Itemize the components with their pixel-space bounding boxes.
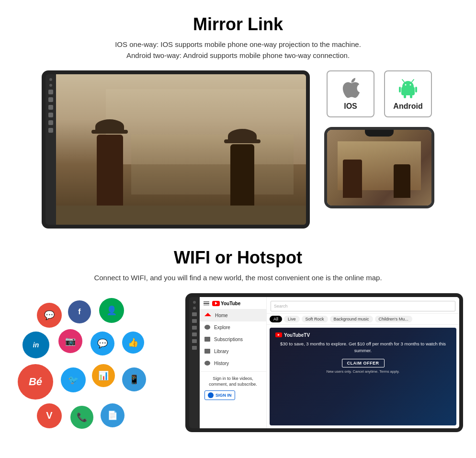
svg-rect-7 xyxy=(404,95,406,98)
yt-filter-bar: All Live Soft Rock Background music Chil… xyxy=(267,314,459,325)
search-placeholder: Search xyxy=(274,304,288,309)
yt-nav-header: YouTube xyxy=(200,297,266,309)
svg-point-2 xyxy=(405,84,407,86)
nav-label-subscriptions: Subscriptions xyxy=(214,337,243,342)
wifi-title: WIFI or Hotspot xyxy=(19,248,457,268)
yt-ad-play-icon xyxy=(275,332,282,337)
yt-nav-sign: Sign in to like videos, comment, and sub… xyxy=(200,371,266,404)
person-bubble: 👤 xyxy=(99,298,124,323)
sidebar-btn xyxy=(48,105,53,110)
os-icons: IOS xyxy=(327,70,432,117)
mirror-content: IOS xyxy=(19,70,457,229)
apple-icon xyxy=(341,77,360,98)
yt-ad-text: $30 to save, 3 months to explore. Get $1… xyxy=(275,341,451,355)
nav-label-history: History xyxy=(214,361,229,366)
mirror-link-section: Mirror Link IOS one-way: IOS supports mo… xyxy=(0,0,476,238)
sidebar-btn xyxy=(48,113,53,117)
hamburger-icon[interactable] xyxy=(204,301,209,306)
phone-bubble: 📱 xyxy=(122,367,146,391)
sidebar-icon xyxy=(192,346,197,350)
nav-item-subscriptions[interactable]: Subscriptions xyxy=(200,333,266,345)
sidebar-btn xyxy=(48,90,53,94)
yt-main: Search All Live Soft Rock Background mus… xyxy=(267,297,459,428)
analytics-bubble: 📊 xyxy=(92,364,115,387)
behance-bubble: Bé xyxy=(18,364,53,400)
twitter-bubble: 🐦 xyxy=(61,367,86,392)
youtube-screen: YouTube Home Explore xyxy=(185,293,463,432)
phone-screen xyxy=(327,130,431,206)
hamburger-line xyxy=(204,301,209,302)
facebook-bubble: f xyxy=(68,300,91,323)
hat xyxy=(95,119,124,134)
phone-scene xyxy=(327,130,431,206)
subscriptions-icon xyxy=(204,337,210,342)
home-icon xyxy=(204,313,211,316)
sidebar-dot xyxy=(49,84,52,87)
nav-label-home: Home xyxy=(215,313,228,318)
explore-icon xyxy=(204,325,210,330)
mirror-link-title: Mirror Link xyxy=(19,14,457,34)
claim-offer-button[interactable]: CLAIM OFFER xyxy=(342,359,385,367)
chat-bubble: 💬 xyxy=(37,303,62,328)
svg-rect-8 xyxy=(410,95,412,98)
figure-body xyxy=(97,135,123,211)
filter-chip-childrens[interactable]: Children's Mu... xyxy=(375,316,412,322)
svg-line-0 xyxy=(402,80,404,82)
fine-print: New users only. Cancel anytime. Terms ap… xyxy=(275,369,451,375)
filter-chip-bgmusic[interactable]: Background music xyxy=(330,316,373,322)
sign-in-button[interactable]: SIGN IN xyxy=(204,390,235,400)
yt-logo-text: YouTube xyxy=(221,301,240,306)
yt-ad-card: YouTubeTV $30 to save, 3 months to explo… xyxy=(270,328,456,425)
nav-item-home[interactable]: Home xyxy=(200,309,266,321)
yt-ad-tri xyxy=(278,334,280,336)
figure-body xyxy=(230,144,254,211)
scene-crowd xyxy=(131,135,294,195)
call-bubble: 📞 xyxy=(70,406,93,429)
yt-ad-brand: YouTubeTV xyxy=(284,332,310,338)
nav-item-history[interactable]: History xyxy=(200,357,266,369)
wifi-subtitle: Connect to WIFI, and you will find a new… xyxy=(19,273,457,284)
history-icon xyxy=(204,361,210,366)
svg-point-3 xyxy=(410,84,411,86)
nav-label-explore: Explore xyxy=(214,325,230,330)
phone-plug xyxy=(431,163,434,172)
sign-in-icon xyxy=(208,392,214,398)
nav-item-explore[interactable]: Explore xyxy=(200,321,266,333)
svg-line-1 xyxy=(412,80,414,82)
yt-content: YouTube Home Explore xyxy=(200,297,459,428)
sidebar-icon xyxy=(192,319,197,323)
wifi-content: 💬 f 👤 in 📷 💬 👍 Bé 🐦 📊 📱 V 📞 📄 xyxy=(19,293,457,432)
mini-fig-2 xyxy=(394,164,410,198)
like-bubble: 👍 xyxy=(122,332,144,354)
ios-box: IOS xyxy=(327,70,374,117)
hamburger-line xyxy=(204,305,209,306)
mirror-link-subtitle: IOS one-way: IOS supports mobile phone o… xyxy=(19,39,457,61)
sidebar-btn xyxy=(48,128,53,133)
android-box: Android xyxy=(384,70,432,117)
linkedin-bubble: in xyxy=(23,332,49,358)
yt-play-icon xyxy=(212,301,220,306)
phone-notch xyxy=(365,130,394,137)
chat2-bubble: 💬 xyxy=(91,332,114,355)
svg-rect-6 xyxy=(415,87,417,92)
search-box[interactable]: Search xyxy=(271,301,455,311)
android-label: Android xyxy=(393,102,422,111)
doc-bubble: 📄 xyxy=(101,403,125,427)
filter-chip-softrock[interactable]: Soft Rock xyxy=(302,316,328,322)
filter-chip-all[interactable]: All xyxy=(270,316,282,322)
mini-fig-1 xyxy=(343,160,362,198)
phone-mockup xyxy=(324,127,434,208)
filter-chip-live[interactable]: Live xyxy=(284,316,300,322)
car-screen-image xyxy=(56,74,306,225)
sidebar-dot xyxy=(49,78,52,81)
nav-item-library[interactable]: Library xyxy=(200,345,266,357)
yt-nav: YouTube Home Explore xyxy=(200,297,267,428)
scene xyxy=(56,74,306,225)
scene-ground xyxy=(56,206,306,225)
page-wrapper: Mirror Link IOS one-way: IOS supports mo… xyxy=(0,0,476,442)
yt-logo: YouTube xyxy=(212,301,240,306)
sidebar-icon xyxy=(192,312,197,316)
vimeo-bubble: V xyxy=(37,403,62,428)
sidebar-icon xyxy=(192,339,197,343)
instagram-bubble: 📷 xyxy=(58,329,82,353)
